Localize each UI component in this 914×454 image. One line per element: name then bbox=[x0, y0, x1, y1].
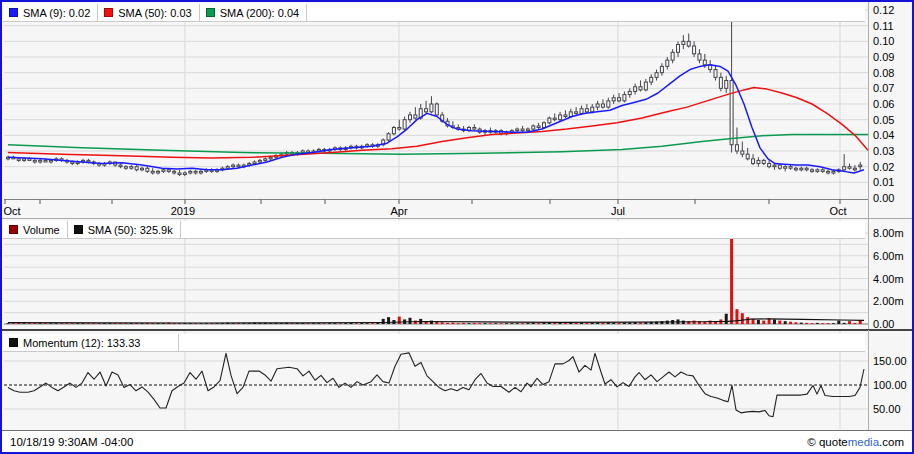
volume-sma-swatch-icon bbox=[74, 225, 83, 234]
momentum-legend: Momentum (12): 133.33 bbox=[3, 334, 865, 352]
svg-text:0.12: 0.12 bbox=[873, 4, 894, 16]
price-chart[interactable]: 0.000.010.020.030.040.050.060.070.080.09… bbox=[2, 2, 912, 218]
svg-text:150.00: 150.00 bbox=[873, 355, 907, 367]
sma9-swatch-icon bbox=[9, 8, 18, 17]
svg-text:Jul: Jul bbox=[611, 205, 625, 217]
legend-volume: Volume bbox=[3, 221, 68, 238]
svg-text:0.10: 0.10 bbox=[873, 35, 894, 47]
svg-text:0.02: 0.02 bbox=[873, 161, 894, 173]
volume-panel: 0.002.00m4.00m6.00m8.00m Volume SMA (50)… bbox=[2, 218, 912, 330]
volume-legend: Volume SMA (50): 325.9k bbox=[3, 221, 865, 239]
svg-text:0.04: 0.04 bbox=[873, 129, 894, 141]
legend-sma50: SMA (50): 0.03 bbox=[98, 4, 199, 21]
sma200-label: SMA (200): 0.04 bbox=[220, 7, 300, 19]
svg-text:0.03: 0.03 bbox=[873, 145, 894, 157]
credit-prefix: © quote bbox=[807, 436, 847, 448]
legend-momentum: Momentum (12): 133.33 bbox=[3, 334, 179, 351]
credit-mid: media bbox=[848, 436, 879, 448]
svg-text:0.05: 0.05 bbox=[873, 114, 894, 126]
svg-text:50.00: 50.00 bbox=[873, 403, 901, 415]
svg-text:0.09: 0.09 bbox=[873, 51, 894, 63]
status-bar: 10/18/19 9:30AM -04:00 © quotemedia.com bbox=[2, 430, 912, 452]
svg-text:0.00: 0.00 bbox=[873, 318, 894, 330]
momentum-panel: 150.00100.0050.00 Momentum (12): 133.33 bbox=[2, 330, 912, 430]
volume-swatch-icon bbox=[9, 225, 18, 234]
svg-text:Oct: Oct bbox=[3, 205, 20, 217]
svg-text:4.00m: 4.00m bbox=[873, 273, 904, 285]
svg-text:0.08: 0.08 bbox=[873, 67, 894, 79]
svg-text:6.00m: 6.00m bbox=[873, 250, 904, 262]
svg-text:Oct: Oct bbox=[829, 205, 846, 217]
svg-text:0.00: 0.00 bbox=[873, 192, 894, 204]
sma200-swatch-icon bbox=[206, 8, 215, 17]
quotemedia-credit: © quotemedia.com bbox=[807, 436, 904, 448]
svg-text:100.00: 100.00 bbox=[873, 379, 907, 391]
volume-sma-label: SMA (50): 325.9k bbox=[88, 224, 173, 236]
svg-text:0.07: 0.07 bbox=[873, 82, 894, 94]
svg-text:0.01: 0.01 bbox=[873, 176, 894, 188]
svg-text:0.06: 0.06 bbox=[873, 98, 894, 110]
svg-text:8.00m: 8.00m bbox=[873, 227, 904, 239]
svg-text:Apr: Apr bbox=[390, 205, 407, 217]
price-legend: SMA (9): 0.02 SMA (50): 0.03 SMA (200): … bbox=[3, 4, 865, 22]
timestamp: 10/18/19 9:30AM -04:00 bbox=[10, 436, 133, 448]
svg-text:2019: 2019 bbox=[171, 205, 195, 217]
legend-sma200: SMA (200): 0.04 bbox=[200, 4, 308, 21]
price-panel: 0.000.010.020.030.040.050.060.070.080.09… bbox=[2, 2, 912, 218]
stock-chart-window: 0.000.010.020.030.040.050.060.070.080.09… bbox=[0, 0, 914, 454]
credit-suffix: .com bbox=[879, 436, 904, 448]
momentum-label: Momentum (12): 133.33 bbox=[23, 337, 140, 349]
sma50-swatch-icon bbox=[104, 8, 113, 17]
svg-text:0.11: 0.11 bbox=[873, 20, 894, 32]
legend-sma9: SMA (9): 0.02 bbox=[3, 4, 98, 21]
sma9-label: SMA (9): 0.02 bbox=[23, 7, 90, 19]
volume-label: Volume bbox=[23, 224, 60, 236]
momentum-swatch-icon bbox=[9, 338, 18, 347]
sma50-label: SMA (50): 0.03 bbox=[118, 7, 191, 19]
svg-text:2.00m: 2.00m bbox=[873, 295, 904, 307]
legend-volume-sma: SMA (50): 325.9k bbox=[68, 221, 181, 238]
